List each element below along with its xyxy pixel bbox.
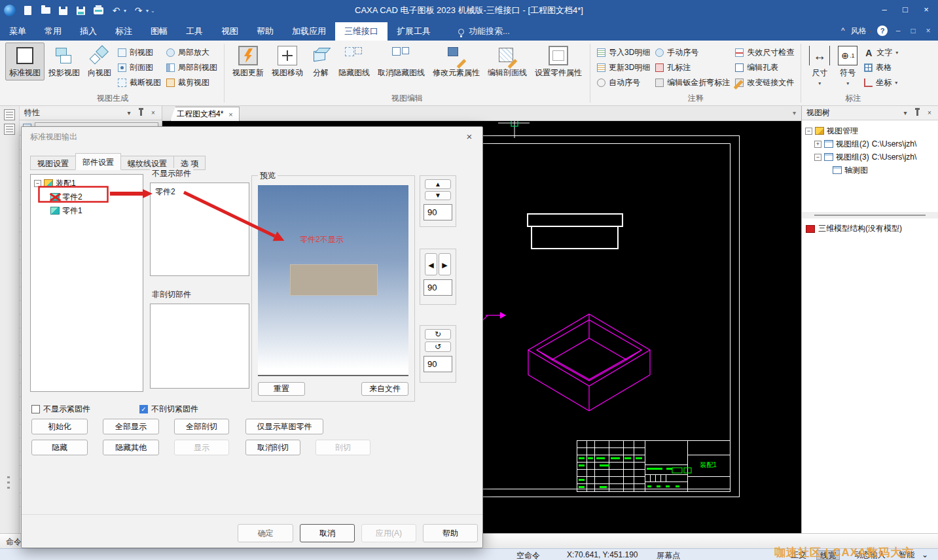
tree-item-view-group-2[interactable]: + 视图组(2) C:\Users\jzh\: [802, 137, 938, 150]
expand-expander-icon[interactable]: +: [814, 141, 821, 148]
collapse-ribbon-button[interactable]: ^: [841, 26, 845, 35]
menu-tab-tools[interactable]: 工具: [177, 22, 212, 41]
auto-balloon-button[interactable]: 自动序号: [594, 75, 653, 90]
section-view-button[interactable]: 剖视图: [115, 45, 164, 60]
coordinate-button[interactable]: 坐标▾: [861, 75, 901, 90]
directional-view-button[interactable]: 向视图: [84, 43, 115, 80]
menu-tab-view[interactable]: 视图: [212, 22, 247, 41]
collapse-expander-icon[interactable]: −: [805, 128, 812, 135]
menu-tab-insert[interactable]: 插入: [71, 22, 106, 41]
non-sectioned-parts-list[interactable]: [150, 304, 249, 389]
cropped-view-button[interactable]: 裁剪视图: [164, 75, 220, 90]
model-structure-item[interactable]: 三维模型结构(没有模型): [806, 223, 934, 234]
layers-tab-icon[interactable]: [4, 124, 15, 135]
panel-dropdown-icon[interactable]: ▾: [901, 109, 909, 116]
save-button[interactable]: [58, 5, 69, 16]
panel-pin-icon[interactable]: [140, 110, 142, 116]
panel-pin-icon[interactable]: [916, 110, 918, 116]
vertical-angle-field[interactable]: 90: [424, 204, 452, 220]
checkbox-no-section-fasteners[interactable]: ✓ 不剖切紧固件: [139, 404, 198, 415]
only-sketch-parts-button[interactable]: 仅显示草图零件: [245, 419, 323, 434]
document-close-button[interactable]: ×: [924, 26, 933, 35]
tree-item-axonometric-view[interactable]: 轴测图: [802, 164, 938, 177]
symbol-button[interactable]: ⊕.1 符号 ▾: [834, 43, 861, 88]
save-all-button[interactable]: [75, 5, 86, 16]
cancel-section-button[interactable]: 取消剖切: [245, 440, 300, 455]
app-logo-icon[interactable]: [4, 5, 16, 16]
ok-button[interactable]: 确定: [238, 524, 293, 542]
point-mode[interactable]: 屏幕点: [657, 550, 680, 560]
invalid-dimension-check-button[interactable]: 失效尺寸检查: [732, 45, 797, 60]
function-search[interactable]: 功能搜索...: [458, 22, 510, 41]
standard-view-button[interactable]: 标准视图: [5, 43, 45, 80]
undo-button[interactable]: ↶: [111, 5, 122, 16]
minimize-button[interactable]: –: [874, 0, 895, 20]
help-button[interactable]: ?: [877, 26, 888, 36]
local-section-view-button[interactable]: 局部剖视图: [164, 60, 220, 75]
table-button[interactable]: 表格: [861, 60, 901, 75]
reset-button[interactable]: 重置: [258, 382, 305, 396]
style-dropdown[interactable]: 风格 ▾: [851, 26, 871, 37]
dimension-button[interactable]: ↔ 尺寸 ▾: [805, 43, 834, 88]
section-all-button[interactable]: 全部剖切: [174, 419, 229, 434]
cancel-button[interactable]: 取消: [300, 524, 355, 542]
menu-tab-sheet[interactable]: 图幅: [141, 22, 177, 41]
section-button[interactable]: 剖切: [316, 440, 370, 455]
preview-canvas[interactable]: 零件2不显示: [258, 185, 408, 376]
dock-grip[interactable]: [7, 476, 10, 491]
import-3d-bom-button[interactable]: 导入3D明细: [594, 45, 653, 60]
hide-others-button[interactable]: 隐藏其他: [103, 440, 159, 455]
assembly-tree[interactable]: − 装配1 零件2 零件1: [30, 174, 143, 392]
document-tab[interactable]: 工程图文档4* ×: [170, 107, 240, 121]
new-file-button[interactable]: [22, 5, 33, 16]
initialize-button[interactable]: 初始化: [31, 419, 88, 434]
explode-button[interactable]: 分解: [307, 43, 334, 80]
redo-dropdown[interactable]: ▾: [146, 8, 149, 14]
checkbox-hide-fasteners[interactable]: 不显示紧固件: [31, 404, 90, 415]
hole-dimension-button[interactable]: 孔标注: [653, 60, 732, 75]
hide-lines-button[interactable]: 隐藏图线: [334, 43, 374, 80]
menu-tab-annotation[interactable]: 标注: [106, 22, 141, 41]
section-plane-button[interactable]: 剖面图: [115, 60, 164, 75]
change-linked-file-button[interactable]: 改变链接文件: [732, 75, 797, 90]
horizontal-angle-field[interactable]: 90: [424, 279, 452, 296]
quick-access-more-button[interactable]: ⌄: [151, 8, 155, 14]
help-button[interactable]: 帮助: [423, 524, 478, 542]
rotate-cw-button[interactable]: ↻: [425, 329, 451, 340]
menu-tab-common[interactable]: 常用: [35, 22, 71, 41]
smart-dropdown-icon[interactable]: ⌄: [922, 550, 928, 559]
tab-list-dropdown-icon[interactable]: ▾: [793, 109, 796, 116]
tree-item-part-2[interactable]: 零件2: [31, 190, 143, 204]
view-update-button[interactable]: 视图更新: [228, 43, 268, 80]
rotate-up-button[interactable]: ▲: [425, 179, 451, 189]
panel-close-icon[interactable]: ×: [149, 109, 157, 116]
apply-button[interactable]: 应用(A): [361, 524, 416, 542]
tree-item-view-group-3[interactable]: − 视图组(3) C:\Users\jzh\: [802, 150, 938, 164]
properties-tab-icon[interactable]: [4, 109, 15, 120]
rotate-ccw-button[interactable]: ↺: [425, 341, 451, 352]
dialog-close-icon[interactable]: ×: [464, 131, 475, 142]
toggle-smart[interactable]: 智能: [895, 550, 918, 560]
close-button[interactable]: ×: [916, 0, 937, 20]
broken-view-button[interactable]: 截断视图: [115, 75, 164, 90]
text-button[interactable]: A文字▾: [861, 45, 901, 60]
toggle-lineweight[interactable]: 线宽: [816, 550, 840, 560]
toggle-dynamic-input[interactable]: 动态输入: [851, 550, 889, 560]
redo-button[interactable]: ↷: [133, 5, 144, 16]
document-restore-button[interactable]: □: [909, 26, 918, 35]
tab-component-settings[interactable]: 部件设置: [75, 153, 121, 170]
set-part-properties-button[interactable]: 设置零件属性: [531, 43, 586, 80]
sheetmetal-bend-note-button[interactable]: 编辑钣金折弯标注: [653, 75, 732, 90]
toggle-ortho[interactable]: 正交: [787, 550, 810, 560]
rotation-angle-field[interactable]: 90: [424, 356, 452, 372]
tree-item-view-manager[interactable]: − 视图管理: [802, 124, 938, 137]
panel-close-icon[interactable]: ×: [926, 109, 933, 116]
menu-tab-help[interactable]: 帮助: [247, 22, 283, 41]
document-minimize-button[interactable]: –: [893, 26, 903, 35]
tree-item-part-1[interactable]: 零件1: [31, 204, 143, 217]
list-item[interactable]: 零件2: [151, 183, 249, 201]
menu-tab-extended-tools[interactable]: 扩展工具: [388, 22, 440, 41]
tree-item-assembly-1[interactable]: − 装配1: [31, 177, 143, 190]
maximize-button[interactable]: □: [895, 0, 916, 20]
from-file-button[interactable]: 来自文件: [361, 382, 408, 396]
